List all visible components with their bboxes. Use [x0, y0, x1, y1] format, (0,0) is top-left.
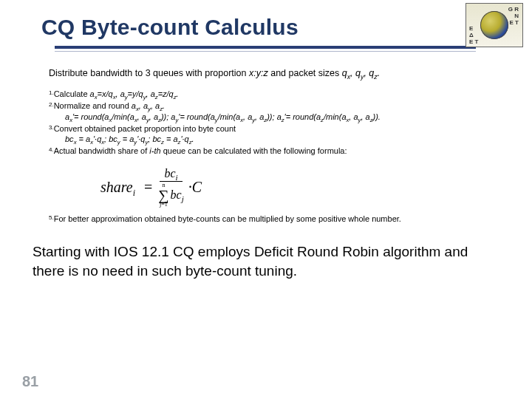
logo-grnet: G RNE T EΔE T [466, 3, 523, 47]
intro-mid: and packet sizes [268, 68, 342, 78]
title-divider [55, 46, 502, 52]
logo-text-bottom: EΔE T [469, 25, 478, 45]
globe-icon [480, 11, 508, 39]
step-4: 4.Actual bandwidth share of i-th queue c… [49, 146, 502, 157]
step-2-line2: ax'= round(ax/min(ax, ay, az)); ay'= rou… [57, 112, 502, 123]
step-5: 5.For better approximation obtained byte… [49, 214, 502, 225]
share-formula: sharei = bci n ∑ j=1 bcj ·C [100, 167, 502, 208]
callout-text: Starting with IOS 12.1 CQ employs Defici… [33, 242, 497, 280]
intro-prefix: Distribute bandwidth to 3 queues with pr… [49, 68, 249, 78]
slide: G RNE T EΔE T CQ Byte-count Calculus Dis… [0, 0, 532, 399]
intro-qx: q [342, 68, 347, 78]
steps-list: 1.Calculate ax=x/qx, ay=y/qy, az=z/qz. 2… [49, 89, 502, 157]
page-number: 81 [22, 373, 38, 390]
step-1: 1.Calculate ax=x/qx, ay=y/qy, az=z/qz. [49, 89, 502, 100]
step-3-line2: bcx = ax'·qx; bcy = ay'·qy; bcz = az'·qz… [57, 134, 502, 145]
step-3: 3.Convert obtained packet proportion int… [49, 123, 502, 146]
intro-text: Distribute bandwidth to 3 queues with pr… [49, 68, 502, 78]
step-2: 2.Normalize and round ax, ay, az. ax'= r… [49, 100, 502, 123]
logo-text-top: G RNE T [508, 6, 519, 26]
intro-ratio: x:y:z [249, 68, 268, 78]
slide-title: CQ Byte-count Calculus [41, 15, 502, 40]
intro-qy: q [355, 68, 361, 78]
sigma-icon: ∑ [158, 188, 168, 202]
